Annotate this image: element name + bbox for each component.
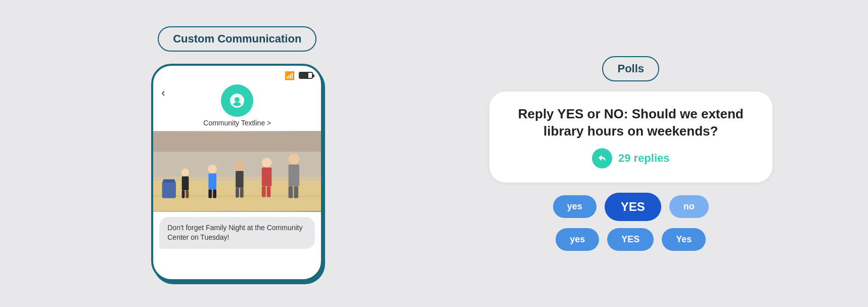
left-section: Custom Communication 📶 ‹ (40, 26, 434, 281)
phone-mockup: 📶 ‹ Community Textline > (151, 64, 323, 281)
svg-rect-28 (163, 179, 175, 182)
svg-point-15 (235, 162, 244, 171)
message-bubble: Don't forget Family Night at the Communi… (159, 217, 315, 249)
svg-rect-25 (289, 186, 293, 198)
reply-arrow-icon (597, 153, 608, 164)
phone-header: ‹ Community Textline > (153, 82, 321, 131)
response-bubble-no-1: no (669, 195, 709, 218)
svg-rect-26 (294, 186, 299, 198)
polls-badge: Polls (602, 56, 659, 81)
phone-content: Don't forget Family Night at the Communi… (153, 131, 321, 279)
svg-point-7 (181, 168, 190, 177)
reply-icon (592, 148, 612, 168)
contact-name[interactable]: Community Textline > (203, 119, 271, 127)
event-photo (153, 131, 321, 212)
phone-status-bar: 📶 (153, 66, 321, 82)
svg-rect-17 (236, 188, 239, 198)
svg-rect-9 (182, 190, 185, 198)
svg-rect-13 (209, 189, 212, 198)
svg-rect-8 (182, 176, 189, 190)
svg-rect-21 (262, 186, 266, 197)
page-wrapper: Custom Communication 📶 ‹ (0, 0, 868, 307)
avatar (221, 84, 253, 117)
wifi-icon: 📶 (285, 71, 295, 80)
chat-icon (228, 92, 246, 110)
replies-count: 29 replies (618, 152, 670, 165)
svg-point-11 (208, 164, 217, 173)
response-bubble-Yes-2: Yes (662, 228, 706, 251)
battery-icon (299, 72, 313, 79)
svg-rect-6 (153, 131, 321, 151)
bubbles-row-2: yes YES Yes (556, 228, 706, 251)
response-bubble-yes-1: yes (553, 195, 597, 218)
response-bubble-yes-2: yes (556, 228, 599, 251)
poll-question: Reply YES or NO: Should we extend librar… (510, 106, 752, 140)
svg-rect-10 (186, 190, 189, 198)
svg-point-19 (262, 157, 272, 167)
right-section: Polls Reply YES or NO: Should we extend … (434, 56, 828, 251)
response-bubble-YES-2: YES (607, 228, 654, 251)
svg-rect-14 (213, 189, 216, 198)
custom-communication-badge: Custom Communication (158, 26, 316, 52)
photo-placeholder (153, 131, 321, 212)
bubbles-row-1: yes YES no (553, 193, 709, 221)
svg-rect-22 (267, 186, 271, 197)
svg-rect-18 (240, 188, 244, 198)
back-arrow-icon[interactable]: ‹ (161, 86, 165, 100)
svg-rect-16 (236, 171, 244, 188)
response-bubble-YES-1: YES (605, 193, 661, 221)
svg-rect-20 (262, 167, 272, 186)
svg-rect-27 (162, 181, 176, 198)
response-bubbles: yes YES no yes YES Yes (553, 193, 709, 251)
svg-point-1 (235, 97, 240, 102)
battery-fill (300, 73, 308, 78)
replies-row: 29 replies (510, 148, 752, 168)
svg-rect-12 (209, 173, 217, 189)
polls-card: Reply YES or NO: Should we extend librar… (489, 92, 772, 183)
svg-rect-24 (289, 164, 299, 186)
svg-point-23 (289, 153, 299, 164)
